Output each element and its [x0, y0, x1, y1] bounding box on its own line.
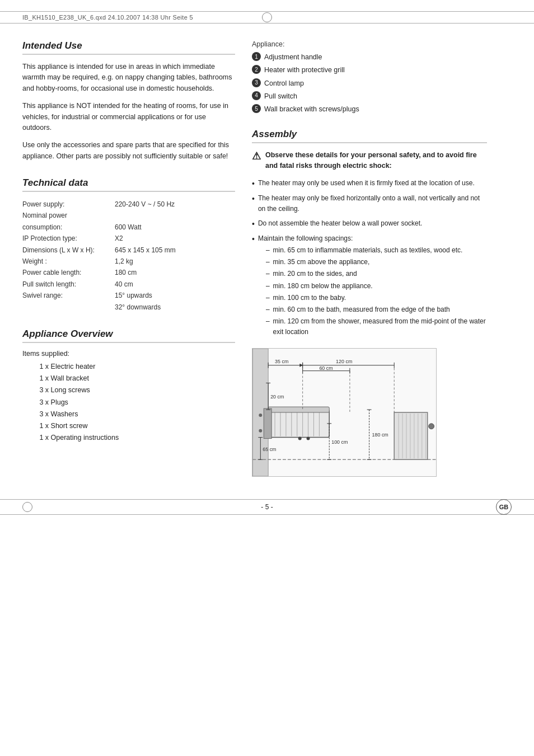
- tech-table: Power supply:220-240 V ~ / 50 HzNominal …: [22, 199, 235, 313]
- footer-page: - 5 -: [22, 503, 512, 511]
- sub-item: –min. 180 cm below the appliance.: [266, 281, 487, 292]
- numbered-list: 1Adjustment handle2Heater with protectiv…: [252, 51, 487, 115]
- sub-item: –min. 120 cm from the shower, measured f…: [266, 316, 487, 337]
- tech-row: consumption:600 Watt: [22, 222, 235, 233]
- svg-point-16: [259, 429, 262, 432]
- assembly-bullets: •The heater may only be used when it is …: [252, 178, 487, 339]
- list-item: 1 x Wall bracket: [34, 373, 235, 384]
- list-item: 1 x Operating instructions: [34, 432, 235, 444]
- warning-triangle-icon: ⚠: [252, 149, 261, 164]
- tech-row: Swivel range:15° upwards: [22, 290, 235, 301]
- num-item-text: Control lamp: [264, 78, 304, 90]
- warning-box: ⚠ Observe these details for your persona…: [252, 150, 487, 171]
- num-item: 5Wall bracket with screws/plugs: [252, 104, 487, 115]
- svg-point-27: [429, 423, 434, 429]
- tech-value: 645 x 145 x 105 mm: [115, 245, 176, 256]
- sub-text: min. 65 cm to inflammable materials, suc…: [273, 245, 463, 256]
- num-circle-4: 4: [252, 91, 261, 100]
- bullet-text: Do not assemble the heater below a wall …: [258, 218, 423, 229]
- tech-value: 220-240 V ~ / 50 Hz: [115, 199, 175, 210]
- technical-data-title: Technical data: [22, 177, 235, 192]
- measure-120cm: 120 cm: [336, 358, 352, 364]
- num-circle-2: 2: [252, 65, 261, 74]
- tech-label: Nominal power: [22, 210, 115, 221]
- bullet-text: The heater may only be used when it is f…: [258, 178, 475, 189]
- svg-rect-13: [268, 407, 329, 412]
- num-item-text: Adjustment handle: [264, 51, 322, 63]
- sub-text: min. 100 cm to the baby.: [273, 293, 346, 303]
- appliance-overview-section: Appliance Overview Items supplied: 1 x E…: [22, 328, 235, 444]
- tech-value: 32° downwards: [115, 302, 161, 313]
- appliance-right-label: Appliance:: [252, 40, 487, 48]
- sub-dash: –: [266, 316, 270, 337]
- num-circle-1: 1: [252, 52, 261, 61]
- bullet-dot: •: [252, 177, 255, 190]
- tech-row: 32° downwards: [22, 302, 235, 313]
- tech-label: Power cable length:: [22, 267, 115, 278]
- tech-value: 40 cm: [115, 279, 133, 290]
- tech-row: Weight :1,2 kg: [22, 256, 235, 267]
- tech-label: consumption:: [22, 222, 115, 233]
- sub-dash: –: [266, 281, 270, 292]
- tech-row: IP Protection type:X2: [22, 233, 235, 244]
- num-item: 3Control lamp: [252, 78, 487, 90]
- list-item: 1 x Short screw: [34, 420, 235, 432]
- tech-row: Dimensions (L x W x H):645 x 145 x 105 m…: [22, 245, 235, 256]
- tech-value: 15° upwards: [115, 290, 152, 301]
- tech-label: Pull switch length:: [22, 279, 115, 290]
- sub-text: min. 20 cm to the sides, and: [273, 269, 357, 279]
- measure-180cm: 180 cm: [372, 431, 388, 437]
- num-circle-3: 3: [252, 78, 261, 87]
- tech-row: Nominal power: [22, 210, 235, 221]
- svg-point-15: [259, 414, 262, 417]
- appliance-overview-title: Appliance Overview: [22, 328, 235, 343]
- list-item: 3 x Washers: [34, 408, 235, 420]
- sub-item: –min. 60 cm to the bath, measured from t…: [266, 304, 487, 315]
- sub-item: –min. 65 cm to inflammable materials, su…: [266, 245, 487, 256]
- assembly-section: Assembly ⚠ Observe these details for you…: [252, 129, 487, 476]
- top-bar-circle: [262, 12, 272, 22]
- tech-label: [22, 302, 115, 313]
- num-item: 2Heater with protective grill: [252, 64, 487, 76]
- tech-label: Swivel range:: [22, 290, 115, 301]
- main-content: Intended Use This appliance is intended …: [0, 24, 534, 494]
- list-item: 3 x Plugs: [34, 397, 235, 408]
- num-circle-5: 5: [252, 104, 261, 113]
- num-item: 1Adjustment handle: [252, 51, 487, 63]
- bullet-text: Maintain the following spacings:–min. 65…: [258, 233, 487, 339]
- assembly-diagram: 35 cm 120 cm 20 cm: [252, 348, 437, 477]
- measure-60cm: 60 cm: [319, 365, 332, 370]
- intended-use-para-2: This appliance is NOT intended for the h…: [22, 101, 235, 133]
- intended-use-para-1: This appliance is intended for use in ar…: [22, 62, 235, 94]
- bullet-dot: •: [252, 233, 255, 245]
- bullet-item: •The heater may only be used when it is …: [252, 178, 487, 190]
- sub-text: min. 35 cm above the appliance,: [273, 257, 370, 267]
- bullet-item: •The heater may only be fixed horizontal…: [252, 193, 487, 214]
- intended-use-title: Intended Use: [22, 40, 235, 55]
- bullet-item: •Maintain the following spacings:–min. 6…: [252, 233, 487, 339]
- assembly-title: Assembly: [252, 129, 487, 143]
- bullet-text: The heater may only be fixed horizontall…: [258, 193, 487, 214]
- tech-label: Weight :: [22, 256, 115, 267]
- tech-value: 600 Watt: [115, 222, 142, 233]
- tech-value: 1,2 kg: [115, 256, 133, 267]
- sub-dash: –: [266, 257, 270, 267]
- sub-text: min. 120 cm from the shower, measured fr…: [273, 316, 487, 337]
- left-column: Intended Use This appliance is intended …: [22, 40, 235, 477]
- num-item-text: Heater with protective grill: [264, 64, 345, 76]
- list-item: 3 x Long screws: [34, 384, 235, 396]
- footer: - 5 - GB: [0, 499, 534, 515]
- sub-dash: –: [266, 304, 270, 315]
- footer-gb-badge: GB: [496, 499, 512, 515]
- sub-item: –min. 100 cm to the baby.: [266, 293, 487, 303]
- bullet-dot: •: [252, 192, 255, 205]
- tech-value: 180 cm: [115, 267, 137, 278]
- num-item-text: Pull switch: [264, 91, 297, 102]
- num-item-text: Wall bracket with screws/plugs: [264, 104, 359, 115]
- measure-100cm: 100 cm: [331, 439, 348, 445]
- tech-row: Power cable length:180 cm: [22, 267, 235, 278]
- sub-item: –min. 35 cm above the appliance,: [266, 257, 487, 267]
- sub-dash: –: [266, 245, 270, 256]
- technical-data-section: Technical data Power supply:220-240 V ~ …: [22, 177, 235, 313]
- svg-point-12: [307, 436, 310, 440]
